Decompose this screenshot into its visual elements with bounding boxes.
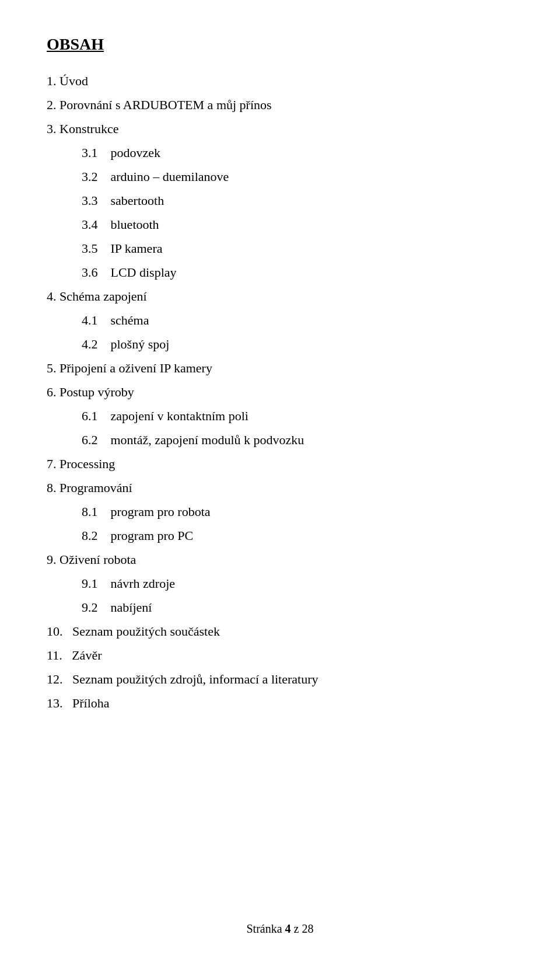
list-item: 3. Konstrukce (47, 119, 513, 138)
toc-title: OBSAH (47, 35, 513, 54)
footer: Stránka 4 z 28 (0, 922, 560, 936)
list-item: 9.1 návrh zdroje (47, 574, 513, 593)
list-item: 6. Postup výroby (47, 382, 513, 402)
list-item: 5. Připojení a oživení IP kamery (47, 358, 513, 378)
list-item: 4. Schéma zapojení (47, 287, 513, 306)
list-item: 4.2 plošný spoj (47, 334, 513, 354)
footer-page-number: 4 (285, 922, 291, 935)
list-item: 3.6 LCD display (47, 263, 513, 282)
list-item: 13. Příloha (47, 693, 513, 713)
list-item: 6.2 montáž, zapojení modulů k podvozku (47, 430, 513, 449)
list-item: 6.1 zapojení v kontaktním poli (47, 406, 513, 426)
footer-suffix: z 28 (291, 922, 314, 935)
footer-pre: Stránka (247, 922, 285, 935)
list-item: 8. Programování (47, 478, 513, 497)
list-item: 2. Porovnání s ARDUBOTEM a můj přínos (47, 95, 513, 114)
list-item: 9.2 nabíjení (47, 598, 513, 617)
list-item: 10. Seznam použitých součástek (47, 622, 513, 641)
page-container: OBSAH 1. Úvod2. Porovnání s ARDUBOTEM a … (0, 0, 560, 959)
toc-list: 1. Úvod2. Porovnání s ARDUBOTEM a můj př… (47, 71, 513, 713)
list-item: 8.1 program pro robota (47, 502, 513, 521)
list-item: 12. Seznam použitých zdrojů, informací a… (47, 669, 513, 689)
list-item: 3.4 bluetooth (47, 215, 513, 234)
list-item: 3.5 IP kamera (47, 239, 513, 258)
list-item: 4.1 schéma (47, 311, 513, 330)
list-item: 3.3 sabertooth (47, 191, 513, 210)
list-item: 8.2 program pro PC (47, 526, 513, 545)
list-item: 9. Oživení robota (47, 550, 513, 569)
list-item: 7. Processing (47, 454, 513, 473)
list-item: 3.2 arduino – duemilanove (47, 167, 513, 186)
list-item: 3.1 podovzek (47, 143, 513, 162)
list-item: 1. Úvod (47, 71, 513, 90)
list-item: 11. Závěr (47, 646, 513, 665)
